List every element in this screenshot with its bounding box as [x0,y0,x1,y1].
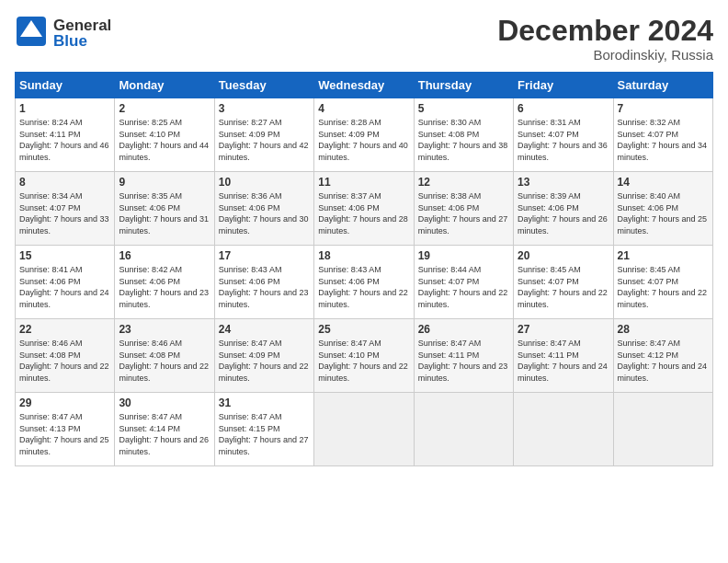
day-number: 13 [518,176,609,189]
header-day-monday: Monday [115,73,214,98]
logo-general-text: General [53,17,111,33]
cell-info: Sunrise: 8:43 AMSunset: 4:06 PMDaylight:… [219,264,310,310]
calendar-cell: 15Sunrise: 8:41 AMSunset: 4:06 PMDayligh… [16,246,115,319]
cell-info: Sunrise: 8:36 AMSunset: 4:06 PMDaylight:… [219,190,310,236]
calendar-cell: 11Sunrise: 8:37 AMSunset: 4:06 PMDayligh… [314,172,414,246]
title-section: December 2024 Borodinskiy, Russia [497,15,713,63]
cell-info: Sunrise: 8:39 AMSunset: 4:06 PMDaylight:… [518,190,609,236]
logo: General Blue [15,15,111,52]
calendar-cell: 1Sunrise: 8:24 AMSunset: 4:11 PMDaylight… [16,98,115,172]
cell-info: Sunrise: 8:42 AMSunset: 4:06 PMDaylight:… [119,264,210,310]
calendar-cell: 14Sunrise: 8:40 AMSunset: 4:06 PMDayligh… [613,172,712,246]
header-row: SundayMondayTuesdayWednesdayThursdayFrid… [16,73,713,98]
header-day-tuesday: Tuesday [214,73,313,98]
day-number: 7 [618,102,709,115]
day-number: 23 [119,323,210,336]
day-number: 1 [19,102,110,115]
cell-info: Sunrise: 8:28 AMSunset: 4:09 PMDaylight:… [318,117,409,163]
calendar-cell: 27Sunrise: 8:47 AMSunset: 4:11 PMDayligh… [514,319,613,393]
day-number: 31 [219,396,310,409]
calendar-cell [414,393,513,466]
day-number: 9 [119,176,210,189]
header-day-thursday: Thursday [414,73,513,98]
header-day-saturday: Saturday [613,73,712,98]
day-number: 24 [219,323,310,336]
calendar-cell: 16Sunrise: 8:42 AMSunset: 4:06 PMDayligh… [115,246,214,319]
calendar-cell: 6Sunrise: 8:31 AMSunset: 4:07 PMDaylight… [514,98,613,172]
cell-info: Sunrise: 8:47 AMSunset: 4:13 PMDaylight:… [19,411,110,457]
day-number: 8 [19,176,110,189]
calendar-cell: 8Sunrise: 8:34 AMSunset: 4:07 PMDaylight… [16,172,115,246]
calendar-cell: 21Sunrise: 8:45 AMSunset: 4:07 PMDayligh… [613,246,712,319]
logo-blue-text: Blue [53,33,111,49]
day-number: 21 [618,249,709,262]
day-number: 18 [318,249,409,262]
calendar-cell: 20Sunrise: 8:45 AMSunset: 4:07 PMDayligh… [514,246,613,319]
calendar-cell: 4Sunrise: 8:28 AMSunset: 4:09 PMDaylight… [314,98,414,172]
week-row-2: 8Sunrise: 8:34 AMSunset: 4:07 PMDaylight… [16,172,713,246]
header: General Blue December 2024 Borodinskiy, … [15,15,713,63]
calendar-cell [314,393,414,466]
month-title: December 2024 [497,15,713,47]
calendar-cell: 31Sunrise: 8:47 AMSunset: 4:15 PMDayligh… [214,393,313,466]
cell-info: Sunrise: 8:47 AMSunset: 4:14 PMDaylight:… [119,411,210,457]
day-number: 14 [618,176,709,189]
day-number: 29 [19,396,110,409]
day-number: 30 [119,396,210,409]
cell-info: Sunrise: 8:30 AMSunset: 4:08 PMDaylight:… [418,117,509,163]
cell-info: Sunrise: 8:46 AMSunset: 4:08 PMDaylight:… [119,338,210,384]
day-number: 22 [19,323,110,336]
calendar-cell: 30Sunrise: 8:47 AMSunset: 4:14 PMDayligh… [115,393,214,466]
cell-info: Sunrise: 8:25 AMSunset: 4:10 PMDaylight:… [119,117,210,163]
day-number: 3 [219,102,310,115]
cell-info: Sunrise: 8:31 AMSunset: 4:07 PMDaylight:… [518,117,609,163]
day-number: 15 [19,249,110,262]
calendar-cell: 10Sunrise: 8:36 AMSunset: 4:06 PMDayligh… [214,172,313,246]
day-number: 17 [219,249,310,262]
cell-info: Sunrise: 8:45 AMSunset: 4:07 PMDaylight:… [618,264,709,310]
cell-info: Sunrise: 8:46 AMSunset: 4:08 PMDaylight:… [19,338,110,384]
day-number: 28 [618,323,709,336]
day-number: 6 [518,102,609,115]
day-number: 4 [318,102,409,115]
day-number: 2 [119,102,210,115]
cell-info: Sunrise: 8:47 AMSunset: 4:11 PMDaylight:… [418,338,509,384]
calendar-cell: 26Sunrise: 8:47 AMSunset: 4:11 PMDayligh… [414,319,513,393]
day-number: 12 [418,176,509,189]
cell-info: Sunrise: 8:27 AMSunset: 4:09 PMDaylight:… [219,117,310,163]
cell-info: Sunrise: 8:24 AMSunset: 4:11 PMDaylight:… [19,117,110,163]
calendar-cell: 29Sunrise: 8:47 AMSunset: 4:13 PMDayligh… [16,393,115,466]
week-row-4: 22Sunrise: 8:46 AMSunset: 4:08 PMDayligh… [16,319,713,393]
header-day-sunday: Sunday [16,73,115,98]
calendar-cell: 28Sunrise: 8:47 AMSunset: 4:12 PMDayligh… [613,319,712,393]
cell-info: Sunrise: 8:38 AMSunset: 4:06 PMDaylight:… [418,190,509,236]
cell-info: Sunrise: 8:37 AMSunset: 4:06 PMDaylight:… [318,190,409,236]
day-number: 16 [119,249,210,262]
calendar-cell: 2Sunrise: 8:25 AMSunset: 4:10 PMDaylight… [115,98,214,172]
page-container: General Blue December 2024 Borodinskiy, … [0,0,728,474]
cell-info: Sunrise: 8:47 AMSunset: 4:15 PMDaylight:… [219,411,310,457]
calendar-cell: 24Sunrise: 8:47 AMSunset: 4:09 PMDayligh… [214,319,313,393]
calendar-cell: 9Sunrise: 8:35 AMSunset: 4:06 PMDaylight… [115,172,214,246]
cell-info: Sunrise: 8:44 AMSunset: 4:07 PMDaylight:… [418,264,509,310]
logo-icon [15,15,48,52]
cell-info: Sunrise: 8:47 AMSunset: 4:09 PMDaylight:… [219,338,310,384]
week-row-1: 1Sunrise: 8:24 AMSunset: 4:11 PMDaylight… [16,98,713,172]
calendar-cell: 5Sunrise: 8:30 AMSunset: 4:08 PMDaylight… [414,98,513,172]
calendar-cell: 3Sunrise: 8:27 AMSunset: 4:09 PMDaylight… [214,98,313,172]
day-number: 11 [318,176,409,189]
cell-info: Sunrise: 8:32 AMSunset: 4:07 PMDaylight:… [618,117,709,163]
cell-info: Sunrise: 8:47 AMSunset: 4:10 PMDaylight:… [318,338,409,384]
day-number: 19 [418,249,509,262]
header-day-wednesday: Wednesday [314,73,414,98]
week-row-5: 29Sunrise: 8:47 AMSunset: 4:13 PMDayligh… [16,393,713,466]
calendar-cell [514,393,613,466]
calendar-table: SundayMondayTuesdayWednesdayThursdayFrid… [15,72,713,466]
cell-info: Sunrise: 8:34 AMSunset: 4:07 PMDaylight:… [19,190,110,236]
cell-info: Sunrise: 8:47 AMSunset: 4:11 PMDaylight:… [518,338,609,384]
day-number: 25 [318,323,409,336]
calendar-cell: 7Sunrise: 8:32 AMSunset: 4:07 PMDaylight… [613,98,712,172]
calendar-cell: 18Sunrise: 8:43 AMSunset: 4:06 PMDayligh… [314,246,414,319]
calendar-cell: 23Sunrise: 8:46 AMSunset: 4:08 PMDayligh… [115,319,214,393]
logo-words: General Blue [53,17,111,49]
